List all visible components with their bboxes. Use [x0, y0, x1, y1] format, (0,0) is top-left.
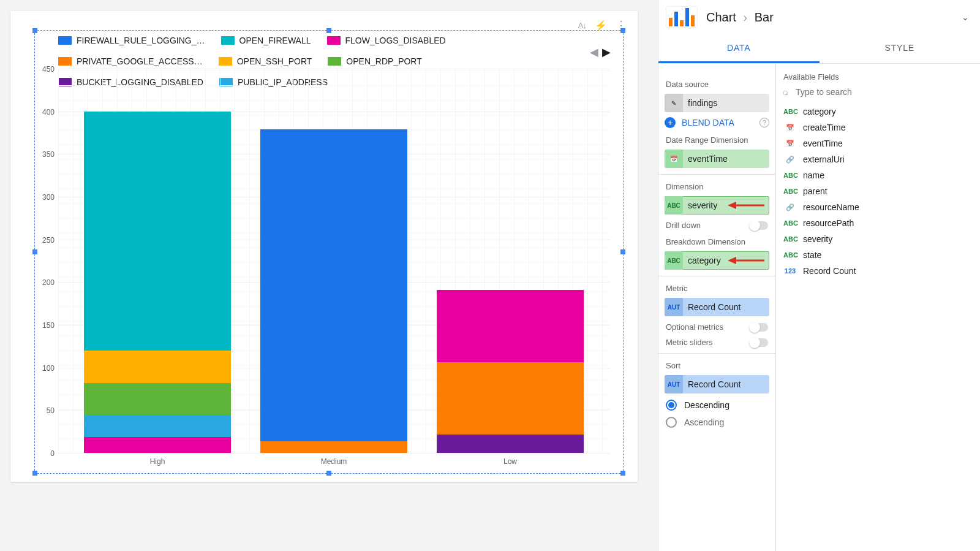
bar-segment — [437, 290, 583, 362]
help-icon[interactable]: ? — [760, 118, 769, 127]
legend-label: OPEN_SSH_PORT — [237, 56, 312, 66]
radio-descending[interactable]: Descending — [666, 400, 768, 411]
y-tick: 250 — [42, 236, 55, 245]
canvas-area: A↓ ⚡ ⋮ FIREWALL_RULE_LOGGING_…OPEN_FIREW… — [0, 0, 658, 551]
bar-segment — [260, 129, 407, 441]
field-search[interactable]: ⌕ — [782, 86, 974, 97]
abc-icon: ABC — [783, 188, 797, 195]
bar[interactable] — [84, 91, 230, 453]
field-item[interactable]: ABCcategory — [782, 104, 974, 120]
plus-circle-icon: + — [665, 117, 676, 128]
x-tick: High — [150, 457, 165, 466]
bar-segment — [260, 441, 407, 453]
y-tick: 100 — [42, 364, 55, 373]
abc-icon: ABC — [783, 219, 797, 227]
y-tick: 400 — [42, 108, 55, 116]
legend-label: FIREWALL_RULE_LOGGING_… — [77, 36, 205, 45]
field-label: resourcePath — [803, 218, 854, 228]
legend-item[interactable]: OPEN_SSH_PORT — [219, 56, 312, 66]
bar[interactable] — [437, 203, 583, 453]
section-breakdown: Breakdown Dimension — [666, 237, 768, 246]
toggle-drill-down[interactable] — [750, 221, 768, 230]
blend-data-button[interactable]: + BLEND DATA ? — [665, 117, 769, 128]
legend-prev-icon[interactable]: ◀ — [590, 46, 598, 58]
radio-ascending[interactable]: Ascending — [666, 417, 768, 428]
fields-column: Available Fields ⌕ ABCcategory📅createTim… — [776, 64, 980, 551]
section-sort: Sort — [666, 361, 768, 370]
x-tick: Low — [503, 457, 517, 466]
legend-item[interactable]: OPEN_FIREWALL — [221, 36, 311, 45]
field-label: createTime — [803, 123, 846, 132]
legend-swatch — [58, 57, 72, 66]
legend-pager[interactable]: ◀▶ — [590, 45, 611, 59]
field-item[interactable]: ABCseverity — [782, 231, 974, 247]
legend-swatch — [219, 57, 232, 66]
date-range-chip[interactable]: 📅 eventTime — [665, 150, 769, 168]
aut-icon: AUT — [665, 298, 683, 316]
sort-alpha-icon[interactable]: A↓ — [578, 21, 586, 30]
data-source-chip[interactable]: ✎ findings — [665, 94, 769, 112]
chart-type-icon[interactable] — [666, 6, 698, 28]
legend-swatch — [221, 36, 235, 45]
field-item[interactable]: 🔗resourceName — [782, 199, 974, 215]
tab-style[interactable]: STYLE — [820, 34, 981, 63]
legend-swatch — [328, 57, 341, 66]
search-input[interactable] — [794, 86, 974, 97]
legend-swatch — [327, 36, 341, 45]
abc-icon: ABC — [665, 251, 683, 270]
legend-label: PRIVATE_GOOGLE_ACCESS… — [77, 56, 203, 66]
legend-item[interactable]: OPEN_RDP_PORT — [328, 56, 421, 66]
field-item[interactable]: 📅createTime — [782, 120, 974, 135]
field-item[interactable]: 🔗externalUri — [782, 151, 974, 167]
pencil-icon: ✎ — [665, 94, 683, 112]
bar-segment — [84, 112, 230, 351]
field-label: name — [803, 170, 824, 180]
y-tick: 150 — [42, 321, 55, 330]
y-tick: 300 — [42, 193, 55, 202]
legend-item[interactable]: PRIVATE_GOOGLE_ACCESS… — [58, 56, 203, 66]
dimension-chip[interactable]: ABC severity — [665, 196, 769, 215]
calendar-icon: 📅 — [665, 150, 683, 168]
field-item[interactable]: ABCstate — [782, 247, 974, 263]
chevron-down-icon[interactable]: ⌄ — [962, 12, 969, 22]
abc-icon: ABC — [783, 235, 797, 243]
lightning-icon[interactable]: ⚡ — [595, 20, 607, 31]
section-data-source: Data source — [666, 80, 768, 89]
cal-icon: 📅 — [783, 140, 797, 148]
legend-item[interactable]: FLOW_LOGS_DISABLED — [327, 36, 446, 45]
aut-icon: AUT — [665, 375, 683, 393]
section-available-fields: Available Fields — [783, 72, 973, 82]
legend-label: OPEN_RDP_PORT — [346, 56, 421, 66]
field-label: parent — [803, 186, 827, 196]
field-item[interactable]: ABCresourcePath — [782, 215, 974, 231]
y-tick: 200 — [42, 278, 55, 287]
panel-tabs: DATA STYLE — [658, 34, 980, 64]
sort-chip[interactable]: AUT Record Count — [665, 375, 769, 393]
field-item[interactable]: ABCparent — [782, 183, 974, 199]
field-label: Record Count — [803, 266, 856, 276]
field-item[interactable]: 123Record Count — [782, 263, 974, 279]
bar-segment — [84, 383, 230, 416]
panel-header: Chart › Bar ⌄ — [658, 0, 980, 34]
field-item[interactable]: 📅eventTime — [782, 135, 974, 151]
y-tick: 50 — [47, 406, 55, 415]
legend-next-icon[interactable]: ▶ — [602, 46, 611, 58]
breadcrumb: Chart › Bar — [706, 10, 774, 25]
chart-card[interactable]: A↓ ⚡ ⋮ FIREWALL_RULE_LOGGING_…OPEN_FIREW… — [10, 11, 638, 482]
bar[interactable] — [260, 101, 407, 453]
breakdown-chip[interactable]: ABC category — [665, 251, 769, 270]
chevron-right-icon: › — [743, 10, 747, 24]
tab-data[interactable]: DATA — [658, 34, 820, 63]
section-metric: Metric — [666, 284, 768, 293]
abc-icon: ABC — [665, 196, 683, 215]
legend-label: FLOW_LOGS_DISABLED — [345, 36, 446, 45]
abc-icon: ABC — [783, 108, 797, 115]
toggle-optional-metrics[interactable] — [750, 323, 768, 332]
field-item[interactable]: ABCname — [782, 167, 974, 183]
link-icon: 🔗 — [783, 203, 797, 211]
legend-item[interactable]: FIREWALL_RULE_LOGGING_… — [58, 36, 205, 45]
link-icon: 🔗 — [783, 156, 797, 164]
metric-chip[interactable]: AUT Record Count — [665, 298, 769, 316]
toggle-metric-sliders[interactable] — [750, 338, 768, 347]
bar-segment — [437, 435, 583, 453]
